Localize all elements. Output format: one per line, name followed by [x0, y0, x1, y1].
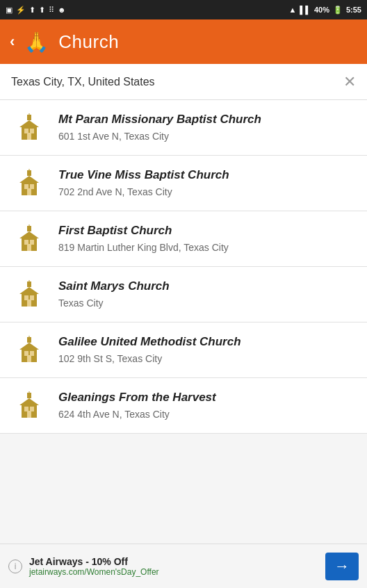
church-name: Saint Marys Church	[58, 279, 356, 294]
church-name: Mt Paran Missionary Baptist Church	[58, 112, 356, 127]
svg-rect-8	[29, 169, 30, 172]
church-address: 624 4th Ave N, Texas City	[58, 408, 356, 420]
signal-icon: ▌▌	[300, 6, 311, 14]
church-name: Gleanings From the Harvest	[58, 390, 356, 405]
clear-search-button[interactable]: ✕	[343, 73, 356, 91]
svg-rect-39	[27, 411, 31, 418]
item-info: First Baptist Church 819 Martin Luther K…	[58, 223, 356, 254]
status-bar: ▣ ⚡ ⬆ ⬆ ⠿ ☻ ▲ ▌▌ 40% 🔋 5:55	[0, 0, 367, 19]
item-info: Saint Marys Church Texas City	[58, 279, 356, 309]
ad-url[interactable]: jetairways.com/Women'sDay_Offer	[29, 567, 318, 577]
svg-rect-18	[27, 244, 31, 251]
usb-icon: ⚡	[16, 6, 26, 15]
ad-banner: i Jet Airways - 10% Off jetairways.com/W…	[0, 544, 367, 588]
ad-text-block: Jet Airways - 10% Off jetairways.com/Wom…	[29, 556, 318, 577]
ad-arrow-button[interactable]: →	[325, 553, 359, 580]
wifi-icon: ▲	[288, 6, 296, 14]
church-name: Galilee United Methodist Church	[58, 334, 356, 350]
svg-rect-4	[27, 133, 31, 140]
church-address: Texas City	[58, 297, 356, 309]
search-location[interactable]: Texas City, TX, United States	[11, 76, 155, 88]
svg-rect-5	[24, 129, 28, 133]
android-icon: ☻	[58, 6, 66, 14]
list-item[interactable]: Galilee United Methodist Church 102 9th …	[0, 322, 367, 378]
battery-icon: 🔋	[333, 6, 343, 15]
svg-marker-37	[19, 398, 39, 405]
church-address: 102 9th St S, Texas City	[58, 352, 356, 365]
status-right-icons: ▲ ▌▌ 40% 🔋 5:55	[288, 6, 361, 15]
ad-info-icon: i	[8, 560, 22, 573]
svg-rect-6	[30, 129, 34, 133]
grid-icon: ⠿	[49, 6, 54, 15]
church-icon	[11, 169, 47, 198]
arrow-icon: →	[334, 557, 350, 575]
svg-rect-20	[30, 240, 34, 245]
church-address: 819 Martin Luther King Blvd, Texas City	[58, 241, 356, 254]
battery-percent: 40%	[314, 6, 329, 14]
search-bar: Texas City, TX, United States ✕	[0, 64, 367, 100]
svg-rect-27	[30, 295, 34, 300]
back-button[interactable]: ‹	[10, 33, 15, 51]
svg-marker-2	[19, 120, 39, 127]
church-address: 601 1st Ave N, Texas City	[58, 130, 356, 142]
item-info: Mt Paran Missionary Baptist Church 601 1…	[58, 112, 356, 142]
svg-rect-19	[24, 240, 28, 245]
church-list: Mt Paran Missionary Baptist Church 601 1…	[0, 100, 367, 544]
svg-marker-30	[19, 343, 39, 350]
list-item[interactable]: Mt Paran Missionary Baptist Church 601 1…	[0, 100, 367, 156]
church-name: First Baptist Church	[58, 223, 356, 238]
svg-rect-22	[29, 280, 30, 283]
church-header-icon: 🙏	[24, 31, 49, 54]
svg-rect-41	[30, 407, 34, 411]
svg-rect-32	[27, 355, 31, 362]
svg-marker-16	[19, 231, 39, 238]
clock: 5:55	[346, 6, 361, 14]
svg-rect-29	[29, 336, 30, 338]
svg-rect-11	[27, 188, 31, 195]
app-header: ‹ 🙏 Church	[0, 19, 367, 64]
item-info: Galilee United Methodist Church 102 9th …	[58, 334, 356, 365]
screen-icon: ▣	[6, 6, 13, 15]
svg-rect-12	[24, 184, 28, 189]
list-item[interactable]: True Vine Miss Baptist Church 702 2nd Av…	[0, 156, 367, 211]
item-info: True Vine Miss Baptist Church 702 2nd Av…	[58, 168, 356, 198]
church-icon	[11, 113, 47, 142]
svg-rect-25	[27, 300, 31, 307]
svg-rect-15	[29, 224, 30, 227]
svg-rect-36	[29, 391, 30, 394]
svg-rect-34	[30, 351, 34, 356]
church-icon	[11, 391, 47, 420]
status-left-icons: ▣ ⚡ ⬆ ⬆ ⠿ ☻	[6, 6, 66, 15]
svg-rect-40	[24, 407, 28, 411]
list-item[interactable]: Gleanings From the Harvest 624 4th Ave N…	[0, 378, 367, 434]
list-item[interactable]: Saint Marys Church Texas City	[0, 267, 367, 322]
svg-rect-33	[24, 351, 28, 356]
church-name: True Vine Miss Baptist Church	[58, 168, 356, 183]
ad-title[interactable]: Jet Airways - 10% Off	[29, 556, 318, 567]
upload-icon: ⬆	[29, 6, 35, 15]
svg-marker-9	[19, 176, 39, 183]
church-icon	[11, 280, 47, 309]
svg-marker-23	[19, 287, 39, 294]
svg-rect-26	[24, 295, 28, 300]
church-icon	[11, 224, 47, 254]
church-icon	[11, 336, 47, 365]
svg-rect-13	[30, 184, 34, 189]
svg-rect-1	[29, 113, 30, 116]
church-address: 702 2nd Ave N, Texas City	[58, 186, 356, 198]
page-title: Church	[58, 31, 119, 53]
item-info: Gleanings From the Harvest 624 4th Ave N…	[58, 390, 356, 420]
list-item[interactable]: First Baptist Church 819 Martin Luther K…	[0, 211, 367, 267]
share-icon: ⬆	[39, 6, 45, 15]
